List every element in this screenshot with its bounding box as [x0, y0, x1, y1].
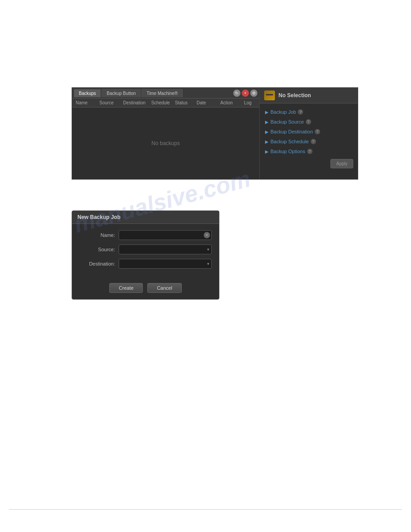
info-panel-title: No Selection	[278, 92, 311, 99]
backup-list-panel: Backups Backup Button Time Machine® ↻ + …	[72, 87, 260, 180]
column-headers: Name Source Destination Schedule Status …	[72, 99, 259, 107]
col-header-schedule: Schedule	[150, 100, 173, 105]
info-label-backup-schedule: Backup Schedule	[270, 139, 309, 144]
help-icon-backup-destination[interactable]: ?	[315, 129, 320, 134]
destination-input[interactable]	[119, 259, 212, 269]
arrow-icon-backup-source: ▶	[265, 120, 269, 124]
help-icon-backup-source[interactable]: ?	[306, 119, 311, 124]
tab-time-machine[interactable]: Time Machine®	[141, 89, 183, 97]
info-label-backup-source: Backup Source	[270, 119, 304, 124]
destination-label: Destination:	[79, 261, 115, 266]
info-item-backup-destination[interactable]: ▶ Backup Destination ?	[260, 127, 358, 137]
arrow-icon-backup-options: ▶	[265, 149, 269, 154]
dialog-body: Name: ✕ Source: ▼ Destination: ▼	[72, 224, 219, 279]
name-label: Name:	[79, 232, 115, 238]
info-item-backup-job[interactable]: ▶ Backup Job ?	[260, 107, 358, 117]
dialog-name-row: Name: ✕	[79, 230, 212, 240]
name-clear-icon[interactable]: ✕	[204, 232, 210, 238]
col-header-log: Log	[242, 100, 257, 105]
source-input[interactable]	[119, 245, 212, 254]
info-panel: No Selection ▶ Backup Job ? ▶ Backup Sou…	[260, 87, 358, 180]
bottom-divider	[9, 509, 402, 510]
arrow-icon-backup-schedule: ▶	[265, 139, 269, 144]
apply-button[interactable]: Apply	[330, 159, 353, 168]
dialog-destination-row: Destination: ▼	[79, 259, 212, 269]
dialog-title: New Backup Job	[72, 211, 219, 224]
info-label-backup-job: Backup Job	[270, 109, 296, 115]
create-button[interactable]: Create	[109, 283, 143, 293]
tab-backup-button[interactable]: Backup Button	[102, 89, 141, 97]
source-input-wrap: ▼	[119, 245, 212, 254]
tab-icons: ↻ + ⚙	[233, 90, 257, 97]
destination-input-wrap: ▼	[119, 259, 212, 269]
refresh-button[interactable]: ↻	[233, 90, 240, 97]
info-label-backup-options: Backup Options	[270, 149, 305, 154]
main-panel: Backups Backup Button Time Machine® ↻ + …	[72, 87, 360, 180]
info-item-backup-source[interactable]: ▶ Backup Source ?	[260, 117, 358, 127]
add-backup-button[interactable]: +	[242, 90, 249, 97]
dialog-source-row: Source: ▼	[79, 245, 212, 254]
name-input-wrap: ✕	[119, 230, 212, 240]
col-header-date: Date	[195, 100, 218, 105]
arrow-icon-backup-job: ▶	[265, 110, 269, 115]
col-header-name: Name	[74, 100, 98, 105]
info-panel-body: ▶ Backup Job ? ▶ Backup Source ? ▶ Backu…	[260, 103, 358, 175]
arrow-icon-backup-destination: ▶	[265, 129, 269, 134]
col-header-action: Action	[218, 100, 242, 105]
info-panel-header: No Selection	[260, 88, 358, 103]
nas-icon	[264, 90, 275, 100]
info-label-backup-destination: Backup Destination	[270, 129, 313, 134]
col-header-source: Source	[98, 100, 121, 105]
tab-backups[interactable]: Backups	[74, 89, 101, 97]
source-label: Source:	[79, 247, 115, 252]
help-icon-backup-schedule[interactable]: ?	[311, 139, 316, 144]
new-backup-job-dialog: New Backup Job Name: ✕ Source: ▼ Destina…	[72, 210, 219, 300]
info-item-backup-options[interactable]: ▶ Backup Options ?	[260, 146, 358, 156]
tab-bar: Backups Backup Button Time Machine® ↻ + …	[72, 88, 259, 99]
destination-dropdown-icon[interactable]: ▼	[206, 262, 210, 266]
settings-button[interactable]: ⚙	[250, 90, 257, 97]
source-dropdown-icon[interactable]: ▼	[206, 248, 210, 252]
col-header-status: Status	[173, 100, 195, 105]
name-input[interactable]	[119, 230, 212, 240]
help-icon-backup-options[interactable]: ?	[307, 149, 313, 154]
cancel-button[interactable]: Cancel	[147, 283, 181, 293]
info-item-backup-schedule[interactable]: ▶ Backup Schedule ?	[260, 137, 358, 146]
help-icon-backup-job[interactable]: ?	[298, 109, 303, 115]
no-backups-message: No backups	[72, 107, 259, 179]
col-header-destination: Destination	[121, 100, 150, 105]
dialog-footer: Create Cancel	[72, 279, 219, 299]
